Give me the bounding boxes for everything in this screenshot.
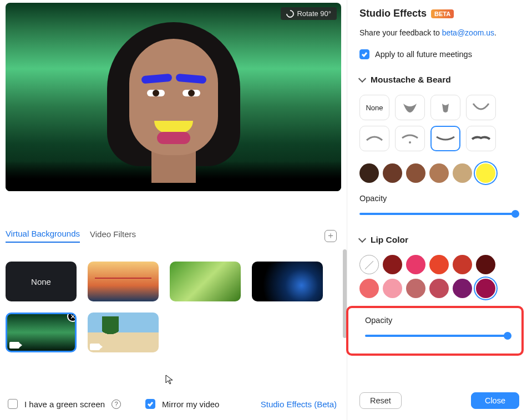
moustache-option-6[interactable] (430, 126, 460, 151)
lip-color-swatch[interactable] (406, 279, 425, 298)
lip-color-swatch[interactable] (359, 255, 379, 274)
mirror-video-checkbox[interactable] (145, 399, 155, 409)
chevron-down-icon (358, 235, 366, 243)
chevron-down-icon (358, 75, 366, 83)
background-beach[interactable] (88, 313, 159, 352)
rotate-label: Rotate 90° (297, 9, 331, 18)
close-button[interactable]: Close (471, 392, 519, 409)
lip-color-swatch[interactable] (383, 255, 402, 274)
lip-opacity-label: Opacity (365, 316, 511, 325)
rotate-button[interactable]: Rotate 90° (281, 7, 337, 20)
moustache-color-5[interactable] (476, 163, 495, 183)
video-preview: Rotate 90° (6, 3, 341, 191)
video-icon (90, 344, 100, 350)
lip-color-swatch[interactable] (476, 255, 495, 274)
feedback-email-link[interactable]: beta@zoom.us (442, 28, 494, 37)
lip-color-swatch[interactable] (453, 255, 472, 274)
lip-color-swatch[interactable] (476, 279, 495, 298)
studio-effects-link[interactable]: Studio Effects (Beta) (261, 399, 337, 409)
lip-color-swatch[interactable] (429, 255, 449, 274)
green-screen-checkbox[interactable] (8, 399, 18, 409)
cursor-icon (165, 375, 174, 386)
beta-badge: BETA (431, 9, 454, 18)
remove-background-button[interactable]: ✕ (67, 313, 77, 322)
moustache-color-0[interactable] (359, 163, 379, 183)
background-earth[interactable] (252, 262, 323, 301)
apply-all-label: Apply to all future meetings (375, 50, 472, 59)
reset-button[interactable]: Reset (359, 392, 402, 409)
background-grass[interactable] (170, 262, 241, 301)
lip-color-swatch[interactable] (429, 279, 449, 298)
lip-color-swatch[interactable] (359, 279, 379, 298)
moustache-opacity-label: Opacity (359, 194, 519, 203)
mirror-video-label: Mirror my video (162, 399, 219, 409)
tab-video-filters[interactable]: Video Filters (90, 229, 136, 242)
moustache-color-4[interactable] (453, 163, 472, 183)
green-screen-label: I have a green screen (24, 399, 105, 409)
lip-color-swatch[interactable] (453, 279, 472, 298)
moustache-header: Moustache & Beard (371, 75, 451, 85)
lip-section-toggle[interactable]: Lip Color (359, 235, 519, 245)
tab-virtual-backgrounds[interactable]: Virtual Backgrounds (6, 229, 80, 243)
background-none[interactable]: None (6, 262, 77, 301)
moustache-section-toggle[interactable]: Moustache & Beard (359, 75, 519, 85)
moustache-option-5[interactable] (395, 126, 425, 151)
panel-title: Studio Effects (359, 8, 427, 19)
moustache-option-2[interactable] (430, 95, 460, 120)
moustache-option-1[interactable] (395, 95, 425, 120)
background-aurora[interactable]: ✕ (6, 313, 77, 352)
background-bridge[interactable] (88, 262, 159, 301)
feedback-text: Share your feedback to (359, 28, 442, 37)
help-icon[interactable]: ? (112, 399, 121, 409)
moustache-color-3[interactable] (429, 163, 449, 183)
moustache-none[interactable]: None (359, 95, 389, 120)
lip-color-header: Lip Color (371, 235, 408, 245)
moustache-opacity-slider[interactable] (359, 208, 519, 219)
apply-all-checkbox[interactable] (359, 49, 369, 59)
video-icon (9, 342, 19, 349)
lip-opacity-slider[interactable] (365, 330, 511, 341)
lip-color-swatch[interactable] (406, 255, 425, 274)
rotate-icon (285, 8, 296, 19)
moustache-color-1[interactable] (383, 163, 402, 183)
add-background-button[interactable]: ＋ (325, 230, 337, 242)
moustache-option-7[interactable] (466, 126, 496, 151)
lip-color-swatch[interactable] (383, 279, 402, 298)
moustache-option-3[interactable] (466, 95, 496, 120)
moustache-option-4[interactable] (359, 126, 389, 151)
moustache-color-2[interactable] (406, 163, 425, 183)
svg-point-0 (409, 141, 411, 144)
lip-opacity-highlight: Opacity (346, 306, 524, 356)
